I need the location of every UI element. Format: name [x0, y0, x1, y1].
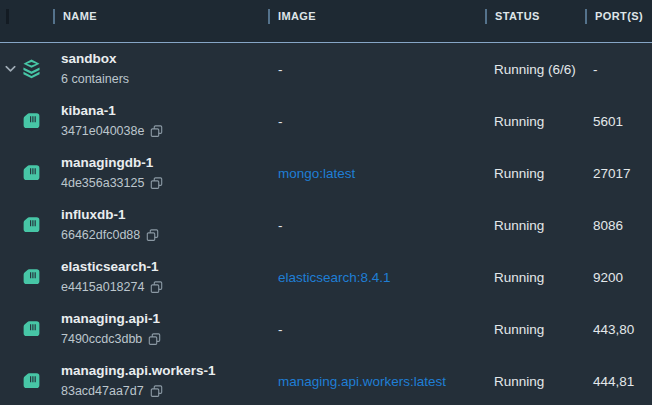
header-label-image: IMAGE: [278, 10, 316, 22]
ports-cell: 9200: [585, 270, 652, 285]
container-icon: [21, 163, 42, 184]
ports-cell: 444,81: [585, 374, 652, 389]
image-cell-text: -: [278, 218, 283, 233]
container-name: elasticsearch-1: [61, 257, 268, 277]
column-separator: [585, 9, 587, 24]
copy-icon[interactable]: [150, 385, 163, 398]
container-subtext-row: 6 containers: [61, 69, 268, 89]
status-cell-text: Running: [494, 218, 544, 233]
copy-icon[interactable]: [148, 333, 161, 346]
container-icon: [21, 111, 42, 132]
container-name: managing.api.workers-1: [61, 361, 268, 381]
container-id: e4415a018274: [61, 277, 144, 297]
status-cell: Running: [485, 322, 585, 337]
image-cell-text: -: [278, 114, 283, 129]
header-label-ports: PORT(S): [595, 10, 643, 22]
header-label-name: NAME: [63, 10, 97, 22]
table-row[interactable]: managing.api.workers-1 83acd47aa7d7 mana…: [0, 355, 652, 405]
ports-cell-text: 443,80: [593, 322, 634, 337]
ports-cell-text: 9200: [593, 270, 623, 285]
table-row[interactable]: managing.api-1 7490ccdc3dbb - Running 44…: [0, 303, 652, 355]
name-cell: managingdb-1 4de356a33125: [53, 153, 268, 193]
image-cell-text[interactable]: managing.api.workers:latest: [278, 374, 446, 389]
container-id: 4de356a33125: [61, 173, 144, 193]
status-cell-text: Running: [494, 166, 544, 181]
image-cell: -: [268, 62, 485, 77]
status-cell-text: Running (6/6): [494, 62, 576, 77]
container-icon: [21, 267, 42, 288]
image-cell: -: [268, 322, 485, 337]
compose-stack-icon: [21, 59, 42, 80]
container-name: sandbox: [61, 49, 268, 69]
row-controls: [0, 303, 53, 355]
ports-cell: 8086: [585, 218, 652, 233]
copy-icon[interactable]: [150, 125, 163, 138]
container-id: 3471e040038e: [61, 121, 144, 141]
header-cell-controls: [0, 9, 53, 34]
status-cell-text: Running: [494, 322, 544, 337]
row-controls: [0, 147, 53, 199]
name-cell: managing.api.workers-1 83acd47aa7d7: [53, 361, 268, 401]
container-icon: [21, 215, 42, 236]
name-cell: managing.api-1 7490ccdc3dbb: [53, 309, 268, 349]
copy-icon[interactable]: [146, 229, 159, 242]
row-controls: [0, 251, 53, 303]
header-cell-name[interactable]: NAME: [53, 9, 268, 34]
header-cell-status[interactable]: STATUS: [485, 9, 585, 34]
container-subtext-row: e4415a018274: [61, 277, 268, 297]
table-row[interactable]: kibana-1 3471e040038e - Running 5601: [0, 95, 652, 147]
ports-cell-text: 5601: [593, 114, 623, 129]
container-id: 7490ccdc3dbb: [61, 329, 142, 349]
table-header: NAME IMAGE STATUS PORT(S): [0, 0, 652, 43]
ports-cell: 443,80: [585, 322, 652, 337]
container-subtext-row: 3471e040038e: [61, 121, 268, 141]
container-icon: [21, 319, 42, 340]
status-cell-text: Running: [494, 114, 544, 129]
container-id: 6 containers: [61, 69, 129, 89]
ports-cell-text: 8086: [593, 218, 623, 233]
status-cell-text: Running: [494, 270, 544, 285]
name-cell: kibana-1 3471e040038e: [53, 101, 268, 141]
header-label-status: STATUS: [495, 10, 540, 22]
copy-icon[interactable]: [150, 177, 163, 190]
image-cell-text[interactable]: elasticsearch:8.4.1: [278, 270, 391, 285]
row-controls: [0, 199, 53, 251]
header-cell-image[interactable]: IMAGE: [268, 9, 485, 34]
ports-cell: 27017: [585, 166, 652, 181]
status-cell: Running: [485, 166, 585, 181]
table-row[interactable]: managingdb-1 4de356a33125 mongo:latest R…: [0, 147, 652, 199]
image-cell-text: -: [278, 62, 283, 77]
status-cell: Running: [485, 374, 585, 389]
column-separator: [268, 9, 270, 24]
ports-cell-text: -: [593, 62, 598, 77]
container-icon: [21, 371, 42, 392]
table-row[interactable]: elasticsearch-1 e4415a018274 elasticsear…: [0, 251, 652, 303]
container-subtext-row: 7490ccdc3dbb: [61, 329, 268, 349]
ports-cell-text: 27017: [593, 166, 631, 181]
container-table-body: sandbox 6 containers - Running (6/6) -: [0, 43, 652, 405]
copy-icon[interactable]: [150, 281, 163, 294]
container-name: managing.api-1: [61, 309, 268, 329]
table-row[interactable]: sandbox 6 containers - Running (6/6) -: [0, 43, 652, 95]
container-name: kibana-1: [61, 101, 268, 121]
header-cell-ports[interactable]: PORT(S): [585, 9, 652, 34]
container-subtext-row: 66462dfc0d88: [61, 225, 268, 245]
image-cell: mongo:latest: [268, 166, 485, 181]
status-cell-text: Running: [494, 374, 544, 389]
container-name: influxdb-1: [61, 205, 268, 225]
row-controls: [0, 355, 53, 405]
image-cell-text[interactable]: mongo:latest: [278, 166, 355, 181]
status-cell: Running: [485, 218, 585, 233]
row-controls: [0, 43, 53, 95]
status-cell: Running: [485, 270, 585, 285]
chevron-down-icon[interactable]: [5, 66, 16, 73]
table-row[interactable]: influxdb-1 66462dfc0d88 - Running 8086: [0, 199, 652, 251]
container-subtext-row: 83acd47aa7d7: [61, 381, 268, 401]
status-cell: Running: [485, 114, 585, 129]
name-cell: influxdb-1 66462dfc0d88: [53, 205, 268, 245]
name-cell: sandbox 6 containers: [53, 49, 268, 89]
name-cell: elasticsearch-1 e4415a018274: [53, 257, 268, 297]
ports-cell-text: 444,81: [593, 374, 634, 389]
image-cell: -: [268, 218, 485, 233]
container-id: 66462dfc0d88: [61, 225, 140, 245]
